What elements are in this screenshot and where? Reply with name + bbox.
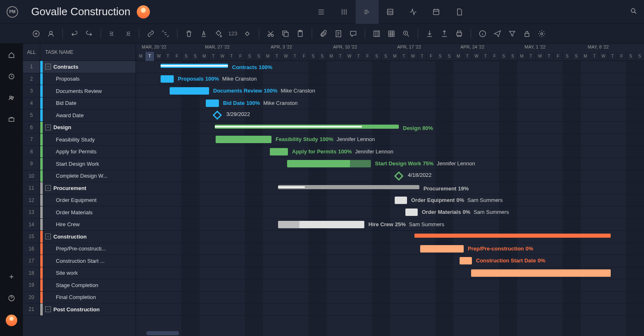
settings-btn[interactable] (535, 27, 548, 40)
recent-icon[interactable] (7, 72, 16, 81)
task-bar[interactable]: Feasibility Study100%Jennifer Lennon (216, 136, 271, 143)
fill-color-btn[interactable] (212, 27, 225, 40)
gantt-row: Documents Review100%Mike Cranston (136, 85, 644, 97)
task-bar[interactable]: Documents Review100%Mike Cranston (170, 87, 209, 95)
send-btn[interactable] (491, 27, 504, 40)
summary-bar[interactable]: Contracts100% (161, 64, 228, 68)
task-row[interactable]: 9Start Design Work (23, 158, 136, 170)
assign-btn[interactable] (44, 27, 58, 40)
indent-btn[interactable] (121, 27, 134, 40)
task-name: Design (53, 124, 71, 130)
home-icon[interactable] (7, 50, 16, 60)
task-row[interactable]: 19Stage Completion (23, 279, 136, 292)
task-row[interactable]: 6−Design (23, 122, 136, 134)
task-row[interactable]: 2Proposals (23, 73, 136, 86)
day-cell: T (526, 52, 535, 61)
task-row[interactable]: 4Bid Date (23, 97, 136, 110)
collapse-icon[interactable]: − (45, 125, 51, 130)
collapse-icon[interactable]: − (45, 234, 51, 239)
summary-bar[interactable]: Procurement19% (278, 185, 419, 189)
text-color-btn[interactable] (197, 27, 210, 40)
day-cell: T (462, 52, 472, 61)
task-bar[interactable]: Order Equipment0%Sam Summers (395, 197, 407, 204)
sheet-view-btn[interactable] (379, 0, 402, 24)
zoom-btn[interactable] (400, 27, 413, 40)
task-row[interactable]: 10Complete Design W... (23, 170, 136, 183)
task-row[interactable]: 13Order Materials (23, 206, 136, 219)
filter-btn[interactable] (506, 27, 519, 40)
task-bar[interactable]: Bid Date100%Mike Cranston (206, 100, 219, 107)
col-task-name[interactable]: TASK NAME (40, 49, 73, 55)
export-btn[interactable] (438, 27, 451, 40)
list-view-btn[interactable] (310, 0, 333, 24)
task-row[interactable]: 17Construction Start ... (23, 255, 136, 267)
task-row[interactable]: 20Final Completion (23, 292, 136, 304)
paste-btn[interactable] (294, 27, 307, 40)
milestone-btn[interactable] (241, 27, 254, 40)
add-btn[interactable] (30, 27, 43, 40)
app-logo[interactable]: PM (7, 6, 18, 18)
print-btn[interactable] (453, 27, 466, 40)
task-row[interactable]: 12Order Equipment (23, 195, 136, 207)
collapse-icon[interactable]: − (45, 306, 51, 312)
grid-btn[interactable] (385, 27, 398, 40)
task-bar[interactable]: Construction Start Date0% (460, 257, 472, 264)
task-row[interactable]: 11−Procurement (23, 182, 136, 195)
outdent-btn[interactable] (106, 27, 119, 40)
calendar-view-btn[interactable] (425, 0, 448, 24)
help-icon[interactable] (7, 293, 16, 303)
task-row[interactable]: 16Prep/Pre-constructi... (23, 243, 136, 255)
cut-btn[interactable] (264, 27, 277, 40)
project-avatar[interactable] (137, 5, 150, 19)
collapse-icon[interactable]: − (45, 185, 51, 191)
gantt-chart[interactable]: MAR, 20 '22MAR, 27 '22APR, 3 '22APR, 10 … (136, 44, 644, 336)
task-bar[interactable]: Prep/Pre-construction0% (420, 245, 464, 253)
delete-btn[interactable] (182, 27, 196, 40)
task-row[interactable]: 1−Contracts (23, 61, 136, 73)
task-row[interactable]: 3Documents Review (23, 85, 136, 97)
portfolio-icon[interactable] (7, 114, 16, 124)
undo-btn[interactable] (68, 27, 81, 40)
notes-btn[interactable] (332, 27, 345, 40)
task-bar[interactable]: Proposals100%Mike Cranston (161, 75, 174, 83)
activity-view-btn[interactable] (402, 0, 425, 24)
svg-rect-15 (457, 32, 462, 35)
task-bar[interactable] (471, 269, 611, 277)
milestone-marker[interactable] (213, 111, 222, 120)
lock-btn[interactable] (520, 27, 534, 40)
task-bar[interactable]: Order Materials0%Sam Summers (405, 209, 418, 216)
attach-btn[interactable] (317, 27, 330, 40)
task-row[interactable]: 14Hire Crew (23, 219, 136, 231)
search-icon[interactable] (630, 7, 637, 16)
info-btn[interactable] (476, 27, 489, 40)
team-icon[interactable] (7, 93, 16, 103)
task-row[interactable]: 15−Construction (23, 231, 136, 243)
summary-bar[interactable]: Design80% (215, 125, 399, 129)
add-project-icon[interactable] (7, 272, 16, 282)
summary-bar[interactable] (414, 234, 611, 238)
link-btn[interactable] (144, 27, 157, 40)
task-row[interactable]: 7Feasibility Study (23, 134, 136, 146)
task-bar[interactable]: Hire Crew25%Sam Summers (278, 221, 364, 228)
task-row[interactable]: 21−Post Construction (23, 304, 136, 316)
unlink-btn[interactable] (159, 27, 172, 40)
task-row[interactable]: 8Apply for Permits (23, 146, 136, 158)
col-all[interactable]: ALL (23, 44, 40, 60)
copy-btn[interactable] (279, 27, 292, 40)
milestone-marker[interactable] (394, 171, 404, 181)
gantt-view-btn[interactable] (356, 0, 379, 24)
redo-btn[interactable] (83, 27, 96, 40)
files-view-btn[interactable] (448, 0, 471, 24)
gantt-row: Apply for Permits100%Jennifer Lennon (136, 146, 644, 158)
collapse-icon[interactable]: − (45, 64, 51, 70)
user-avatar[interactable] (6, 315, 17, 326)
task-row[interactable]: 18Site work (23, 267, 136, 280)
task-bar[interactable]: Apply for Permits100%Jennifer Lennon (270, 148, 288, 155)
columns-btn[interactable] (370, 27, 383, 40)
task-row[interactable]: 5Award Date (23, 109, 136, 122)
import-btn[interactable] (423, 27, 436, 40)
comment-btn[interactable] (347, 27, 360, 40)
task-bar[interactable]: Start Design Work75%Jennifer Lennon (287, 160, 371, 167)
board-view-btn[interactable] (333, 0, 356, 24)
horizontal-scrollbar[interactable] (146, 331, 179, 335)
